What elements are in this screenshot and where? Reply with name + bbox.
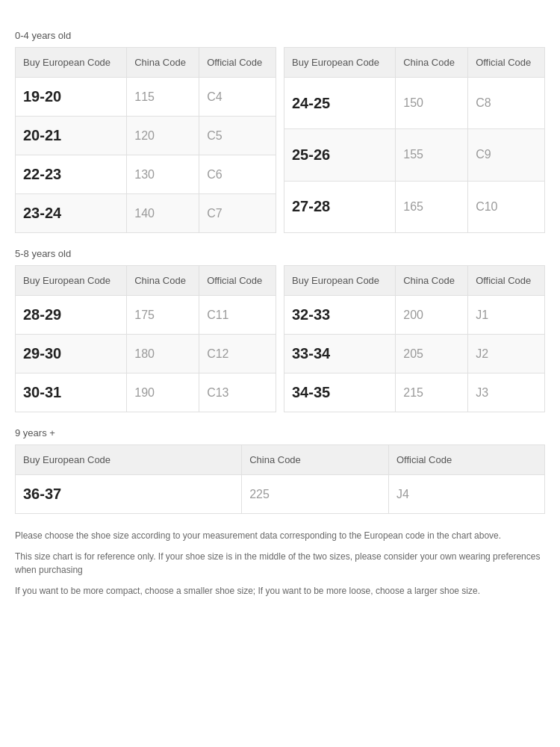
table-cell: 115	[127, 78, 199, 117]
note-text: If you want to be more compact, choose a…	[15, 584, 545, 598]
note-text: Please choose the shoe size according to…	[15, 529, 545, 542]
table-header: China Code	[127, 48, 199, 78]
table-cell: 180	[127, 335, 199, 374]
table-header: Buy European Code	[284, 48, 396, 78]
table-row: 34-35215J3	[284, 374, 545, 412]
table-cell: C5	[199, 117, 276, 155]
table-cell: 130	[127, 155, 199, 194]
table-cell: 36-37	[16, 475, 242, 514]
table-header: Buy European Code	[16, 445, 242, 475]
table-cell: 225	[242, 475, 389, 514]
table-cell: 155	[396, 129, 468, 181]
note-text: This size chart is for reference only. I…	[15, 550, 545, 577]
table-row: 30-31190C13	[16, 374, 276, 412]
size-table: Buy European CodeChina CodeOfficial Code…	[15, 444, 545, 514]
table-row: 23-24140C7	[16, 194, 276, 233]
table-cell: 165	[396, 181, 468, 232]
table-cell: J4	[389, 475, 545, 514]
table-cell: 28-29	[16, 296, 127, 335]
table-cell: 175	[127, 296, 199, 335]
table-cell: C10	[468, 181, 545, 232]
table-row: 22-23130C6	[16, 155, 276, 194]
size-table: Buy European CodeChina CodeOfficial Code…	[15, 265, 276, 412]
table-row: 24-25150C8	[284, 78, 545, 129]
table-cell: 190	[127, 374, 199, 412]
table-header: Buy European Code	[16, 48, 127, 78]
table-header: China Code	[396, 266, 468, 296]
size-table: Buy European CodeChina CodeOfficial Code…	[284, 265, 545, 412]
table-header: Buy European Code	[284, 266, 396, 296]
table-header: China Code	[396, 48, 468, 78]
table-cell: J1	[468, 296, 545, 335]
section-label: 9 years +	[15, 427, 545, 438]
tables-row: Buy European CodeChina CodeOfficial Code…	[15, 265, 545, 412]
table-cell: C4	[199, 78, 276, 117]
table-header: China Code	[242, 445, 389, 475]
table-cell: C7	[199, 194, 276, 233]
table-cell: 120	[127, 117, 199, 155]
table-cell: J2	[468, 335, 545, 374]
tables-row: Buy European CodeChina CodeOfficial Code…	[15, 47, 545, 233]
table-cell: 20-21	[16, 117, 127, 155]
table-header: Official Code	[468, 266, 545, 296]
table-row: 33-34205J2	[284, 335, 545, 374]
size-section: 9 years +Buy European CodeChina CodeOffi…	[15, 427, 545, 514]
size-table: Buy European CodeChina CodeOfficial Code…	[284, 47, 545, 233]
table-header: Buy European Code	[16, 266, 127, 296]
table-row: 19-20115C4	[16, 78, 276, 117]
table-cell: 29-30	[16, 335, 127, 374]
table-cell: 33-34	[284, 335, 396, 374]
table-cell: 34-35	[284, 374, 396, 412]
table-cell: 215	[396, 374, 468, 412]
section-label: 0-4 years old	[15, 30, 545, 41]
table-header: China Code	[127, 266, 199, 296]
table-cell: 140	[127, 194, 199, 233]
table-cell: 27-28	[284, 181, 396, 232]
table-cell: 25-26	[284, 129, 396, 181]
table-row: 20-21120C5	[16, 117, 276, 155]
table-cell: 32-33	[284, 296, 396, 335]
table-header: Official Code	[199, 266, 276, 296]
table-row: 27-28165C10	[284, 181, 545, 232]
table-cell: 24-25	[284, 78, 396, 129]
size-section: 0-4 years oldBuy European CodeChina Code…	[15, 30, 545, 233]
table-cell: C11	[199, 296, 276, 335]
table-cell: C6	[199, 155, 276, 194]
table-row: 32-33200J1	[284, 296, 545, 335]
table-row: 28-29175C11	[16, 296, 276, 335]
table-header: Official Code	[199, 48, 276, 78]
table-header: Official Code	[389, 445, 545, 475]
table-row: 36-37225J4	[16, 475, 545, 514]
table-cell: 205	[396, 335, 468, 374]
table-row: 25-26155C9	[284, 129, 545, 181]
size-section: 5-8 years oldBuy European CodeChina Code…	[15, 248, 545, 412]
table-cell: 30-31	[16, 374, 127, 412]
table-cell: 19-20	[16, 78, 127, 117]
table-cell: C8	[468, 78, 545, 129]
table-cell: 150	[396, 78, 468, 129]
size-table: Buy European CodeChina CodeOfficial Code…	[15, 47, 276, 233]
tables-row: Buy European CodeChina CodeOfficial Code…	[15, 444, 545, 514]
table-cell: C9	[468, 129, 545, 181]
table-cell: C13	[199, 374, 276, 412]
table-cell: 22-23	[16, 155, 127, 194]
table-row: 29-30180C12	[16, 335, 276, 374]
table-cell: 200	[396, 296, 468, 335]
section-label: 5-8 years old	[15, 248, 545, 259]
table-cell: 23-24	[16, 194, 127, 233]
table-cell: C12	[199, 335, 276, 374]
table-header: Official Code	[468, 48, 545, 78]
table-cell: J3	[468, 374, 545, 412]
